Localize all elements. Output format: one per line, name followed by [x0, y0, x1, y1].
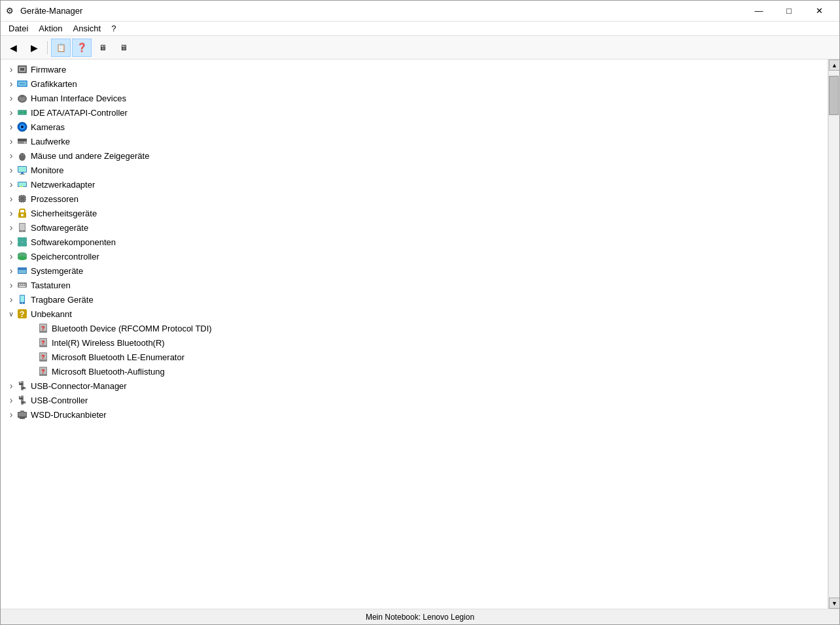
tree-expander[interactable]: ›: [6, 107, 16, 118]
tree-expander[interactable]: ›: [6, 150, 16, 161]
tree-item-icon-monitore: [16, 164, 28, 176]
tree-item-label: Laufwerke: [31, 137, 70, 146]
scroll-track[interactable]: [829, 71, 839, 598]
tree-item-icon-ide: [16, 107, 28, 118]
scroll-down-button[interactable]: ▼: [829, 598, 839, 609]
tree-item-bt1[interactable]: ?Bluetooth Device (RFCOMM Protocol TDI): [1, 321, 828, 335]
help-button[interactable]: ❓: [72, 39, 92, 57]
tree-item-prozessoren[interactable]: ›Prozessoren: [1, 192, 828, 206]
monitor-button[interactable]: 🖥: [114, 39, 133, 57]
tree-expander[interactable]: ›: [6, 78, 16, 89]
svg-rect-23: [21, 173, 24, 174]
tree-item-netzwerk[interactable]: ›Netzwerkadapter: [1, 177, 828, 192]
tree-expander[interactable]: ›: [6, 222, 16, 233]
tree-item-icon-software: [16, 222, 28, 233]
tree-item-tastaturen[interactable]: ›Tastaturen: [1, 278, 828, 292]
tree-expander[interactable]: ›: [6, 64, 16, 75]
tree-expander[interactable]: [27, 352, 37, 362]
tree-item-bt4[interactable]: ?Microsoft Bluetooth-Auflistung: [1, 364, 828, 379]
close-button[interactable]: ✕: [804, 1, 834, 22]
tree-item-unbekannt[interactable]: ∨?Unbekannt: [1, 307, 828, 321]
tree-item-maeuse[interactable]: ›Mäuse und andere Zeigegeräte: [1, 148, 828, 163]
back-button[interactable]: ◀: [3, 39, 23, 57]
svg-rect-38: [21, 201, 22, 203]
tree-expander[interactable]: ›: [6, 194, 16, 204]
scroll-up-button[interactable]: ▲: [829, 59, 839, 71]
window-title: Geräte-Manager: [20, 6, 744, 16]
tree-item-icon-maeuse: [16, 150, 28, 161]
tree-item-firmware[interactable]: ›Firmware: [1, 62, 828, 76]
tree-item-label: Intel(R) Wireless Bluetooth(R): [52, 338, 165, 348]
tree-item-label: Monitore: [31, 165, 64, 175]
tree-expander[interactable]: [27, 337, 37, 348]
tree-expander[interactable]: ›: [6, 122, 16, 132]
tree-expander[interactable]: ∨: [6, 309, 16, 319]
menu-aktion[interactable]: Aktion: [33, 22, 67, 35]
scroll-thumb[interactable]: [829, 76, 839, 115]
tree-item-grafikkarten[interactable]: ›Grafikkarten: [1, 76, 828, 91]
svg-rect-91: [20, 411, 24, 413]
tree-item-software[interactable]: ›Softwaregeräte: [1, 220, 828, 235]
tree-item-softwarekomp[interactable]: ›Softwarekomponenten: [1, 235, 828, 249]
tree-item-label: Microsoft Bluetooth LE-Enumerator: [52, 352, 184, 362]
svg-rect-32: [18, 197, 20, 198]
tree-expander[interactable]: ›: [6, 237, 16, 247]
svg-rect-34: [25, 197, 26, 198]
menu-ansicht[interactable]: Ansicht: [68, 22, 107, 35]
svg-rect-2: [20, 68, 24, 71]
menu-help[interactable]: ?: [106, 22, 121, 35]
tree-item-bt2[interactable]: ?Intel(R) Wireless Bluetooth(R): [1, 335, 828, 350]
tree-item-system[interactable]: ›Systemgeräte: [1, 263, 828, 278]
svg-point-82: [19, 382, 21, 384]
minimize-button[interactable]: —: [744, 1, 774, 22]
tree-item-icon-netzwerk: [16, 178, 28, 190]
tree-expander[interactable]: ›: [6, 251, 16, 262]
tree-item-icon-laufwerke: [16, 135, 28, 147]
tree-item-laufwerke[interactable]: ›Laufwerke: [1, 134, 828, 148]
tree-expander[interactable]: ›: [6, 136, 16, 146]
tree-item-monitore[interactable]: ›Monitore: [1, 163, 828, 177]
tree-item-bt3[interactable]: ?Microsoft Bluetooth LE-Enumerator: [1, 350, 828, 364]
forward-button[interactable]: ▶: [24, 39, 44, 57]
tree-item-tragbare[interactable]: ›Tragbare Geräte: [1, 292, 828, 307]
tree-expander[interactable]: ›: [6, 380, 16, 391]
svg-rect-92: [20, 418, 25, 419]
tree-expander[interactable]: ›: [6, 294, 16, 305]
title-bar: ⚙ Geräte-Manager — □ ✕: [1, 1, 839, 22]
tree-item-hid[interactable]: ›Human Interface Devices: [1, 91, 828, 105]
tree-expander[interactable]: [27, 323, 37, 333]
tree-item-label: Unbekannt: [31, 309, 72, 319]
svg-text:?: ?: [41, 339, 45, 346]
tree-item-label: Tastaturen: [31, 280, 71, 290]
tree-expander[interactable]: ›: [6, 165, 16, 175]
tree-item-label: Kameras: [31, 122, 65, 132]
tree-item-sicherheit[interactable]: ›Sicherheitsgeräte: [1, 206, 828, 220]
svg-rect-59: [23, 284, 24, 285]
tree-expander[interactable]: ›: [6, 280, 16, 290]
tree-item-label: Softwarekomponenten: [31, 237, 116, 247]
tree-item-ide[interactable]: ›IDE ATA/ATAPI-Controller: [1, 105, 828, 120]
tree-item-usb_conn[interactable]: ›USB-Connector-Manager: [1, 379, 828, 393]
tree-item-kameras[interactable]: ›Kameras: [1, 120, 828, 134]
tree-item-speicher[interactable]: ›Speichercontroller: [1, 249, 828, 263]
maximize-button[interactable]: □: [774, 1, 804, 22]
tree-expander[interactable]: ›: [6, 395, 16, 405]
tree-expander[interactable]: ›: [6, 409, 16, 420]
scan-button[interactable]: 🖥: [93, 39, 113, 57]
content-area: ›Firmware›Grafikkarten›Human Interface D…: [1, 59, 839, 609]
svg-rect-28: [22, 186, 23, 187]
tree-expander[interactable]: ›: [6, 208, 16, 218]
tree-expander[interactable]: ›: [6, 93, 16, 103]
tree-item-icon-unbekannt: ?: [16, 308, 28, 320]
tree-expander[interactable]: ›: [6, 179, 16, 190]
tree-item-usb_ctrl[interactable]: ›USB-Controller: [1, 393, 828, 407]
properties-button[interactable]: 📋: [51, 39, 71, 57]
forward-icon: ▶: [31, 42, 38, 53]
tree-expander[interactable]: [27, 366, 37, 377]
svg-point-17: [24, 142, 26, 144]
menu-datei[interactable]: Datei: [3, 22, 33, 35]
tree-item-wsd[interactable]: ›WSD-Druckanbieter: [1, 407, 828, 422]
tree-expander[interactable]: ›: [6, 265, 16, 276]
device-tree[interactable]: ›Firmware›Grafikkarten›Human Interface D…: [1, 59, 828, 609]
scrollbar[interactable]: ▲ ▼: [828, 59, 839, 609]
